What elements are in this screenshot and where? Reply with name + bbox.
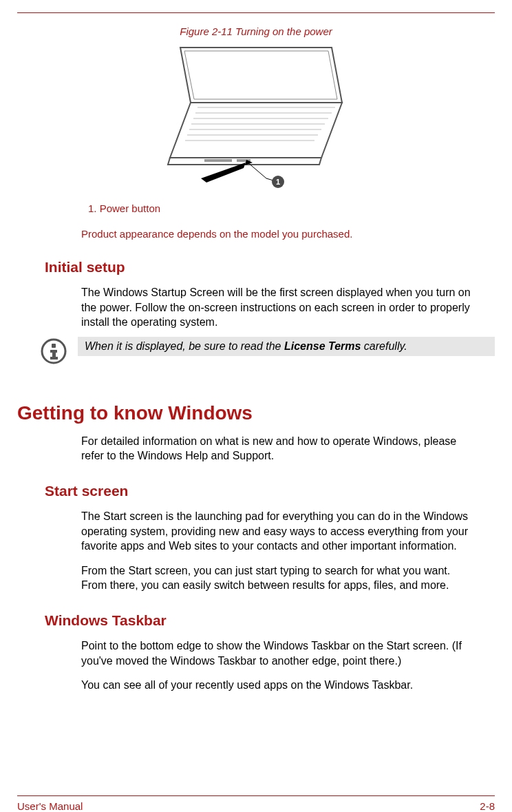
para-getting-to-know: For detailed information on what is new …	[81, 434, 474, 464]
svg-marker-15	[201, 163, 246, 183]
svg-marker-2	[170, 103, 342, 158]
para-initial-setup: The Windows Startup Screen will be the f…	[81, 285, 474, 330]
figure-caption: Figure 2-11 Turning on the power	[0, 25, 512, 37]
top-rule	[17, 12, 495, 13]
page: Figure 2-11 Turning on the power	[0, 12, 512, 812]
svg-rect-22	[50, 357, 58, 360]
figure-laptop: 1	[0, 44, 512, 196]
heading-initial-setup: Initial setup	[45, 259, 512, 275]
heading-start-screen: Start screen	[45, 483, 512, 499]
footer-left: User's Manual	[17, 800, 83, 812]
para-taskbar-2: You can see all of your recently used ap…	[81, 678, 474, 693]
para-start-screen-2: From the Start screen, you can just star…	[81, 563, 474, 593]
heading-getting-to-know: Getting to know Windows	[17, 402, 512, 424]
footer-right: 2-8	[480, 800, 495, 812]
callout-number-1: 1	[276, 178, 280, 186]
info-bold: License Terms	[284, 340, 361, 352]
appearance-note: Product appearance depends on the model …	[81, 228, 512, 240]
info-prefix: When it is displayed, be sure to read th…	[85, 340, 284, 352]
para-start-screen-1: The Start screen is the launching pad fo…	[81, 509, 474, 554]
svg-rect-11	[204, 159, 232, 162]
svg-marker-1	[184, 51, 337, 99]
heading-windows-taskbar: Windows Taskbar	[45, 612, 512, 629]
info-box: When it is displayed, be sure to read th…	[34, 337, 495, 364]
info-text: When it is displayed, be sure to read th…	[78, 337, 495, 356]
footer: User's Manual 2-8	[17, 795, 495, 812]
info-icon	[34, 337, 72, 364]
info-suffix: carefully.	[361, 340, 407, 352]
callout-label: 1. Power button	[88, 202, 512, 214]
svg-rect-19	[52, 344, 56, 348]
para-taskbar-1: Point to the bottom edge to show the Win…	[81, 638, 474, 668]
